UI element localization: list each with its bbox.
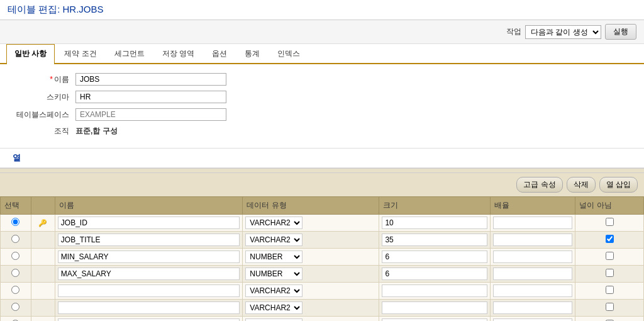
table-row: VARCHAR2 NUMBER DATE CHAR xyxy=(1,232,644,249)
cell-notnull xyxy=(575,266,644,283)
schema-label: 스키마 xyxy=(13,92,75,103)
size-cell-input[interactable] xyxy=(382,301,487,314)
table-toolbar: 고급 속성 삭제 열 삽입 xyxy=(0,173,644,196)
cell-dtype: VARCHAR2 NUMBER DATE CHAR xyxy=(243,249,379,266)
scale-cell-input[interactable] xyxy=(493,251,573,263)
column-section-header: 열 xyxy=(0,149,644,168)
dtype-select[interactable]: VARCHAR2 NUMBER DATE CHAR xyxy=(245,318,303,321)
row-radio[interactable] xyxy=(11,235,19,243)
org-row: 조직 표준,합 구성 xyxy=(13,126,631,137)
name-cell-input[interactable] xyxy=(58,318,240,321)
name-label: *이름 xyxy=(13,74,75,85)
cell-dtype: VARCHAR2 NUMBER DATE CHAR xyxy=(243,317,379,322)
cell-scale xyxy=(490,317,575,322)
name-cell-input[interactable] xyxy=(58,234,240,246)
size-cell-input[interactable] xyxy=(382,217,487,229)
cell-dtype: VARCHAR2 NUMBER DATE CHAR xyxy=(243,266,379,283)
cell-notnull xyxy=(575,215,644,232)
tabs-bar: 일반 사항 제약 조건 세그먼트 저장 영역 옵션 통계 인덱스 xyxy=(0,44,644,64)
name-cell-input[interactable] xyxy=(58,268,240,280)
notnull-checkbox[interactable] xyxy=(606,235,614,243)
add-column-button[interactable]: 열 삽입 xyxy=(599,177,638,193)
tablespace-input[interactable] xyxy=(75,108,226,121)
required-star: * xyxy=(50,75,53,84)
scale-cell-input[interactable] xyxy=(493,301,573,314)
size-cell-input[interactable] xyxy=(382,234,487,246)
header-notnull: 널이 아님 xyxy=(575,197,644,215)
scale-cell-input[interactable] xyxy=(493,318,573,321)
cell-dtype: VARCHAR2 NUMBER DATE CHAR xyxy=(243,300,379,317)
name-cell-input[interactable] xyxy=(58,217,240,229)
notnull-checkbox[interactable] xyxy=(606,303,614,311)
tab-index[interactable]: 인덱스 xyxy=(269,44,308,63)
cell-dtype: VARCHAR2 NUMBER DATE CHAR xyxy=(243,283,379,300)
name-cell-input[interactable] xyxy=(58,251,240,263)
cell-select xyxy=(1,317,31,322)
header-scale: 배율 xyxy=(490,197,575,215)
dtype-select[interactable]: VARCHAR2 NUMBER DATE CHAR xyxy=(245,251,303,263)
table-row: VARCHAR2 NUMBER DATE CHAR xyxy=(1,249,644,266)
delete-button[interactable]: 삭제 xyxy=(567,177,596,193)
dtype-select[interactable]: VARCHAR2 NUMBER DATE CHAR xyxy=(245,284,303,297)
dtype-select[interactable]: VARCHAR2 NUMBER DATE CHAR xyxy=(245,268,303,280)
tab-segment[interactable]: 세그먼트 xyxy=(106,44,153,63)
size-cell-input[interactable] xyxy=(382,268,487,280)
cell-key xyxy=(31,249,55,266)
cell-name xyxy=(55,266,242,283)
tab-options[interactable]: 옵션 xyxy=(204,44,235,63)
row-radio[interactable] xyxy=(11,252,19,260)
tablespace-row: 테이블스페이스 xyxy=(13,108,631,121)
cell-select xyxy=(1,232,31,249)
cell-notnull xyxy=(575,300,644,317)
scale-cell-input[interactable] xyxy=(493,268,573,280)
dtype-select[interactable]: VARCHAR2 NUMBER DATE CHAR xyxy=(245,217,303,229)
cell-size xyxy=(379,249,490,266)
schema-input[interactable] xyxy=(75,91,226,103)
size-cell-input[interactable] xyxy=(382,251,487,263)
tab-storage[interactable]: 저장 영역 xyxy=(154,44,203,63)
row-radio[interactable] xyxy=(11,218,19,226)
dtype-select[interactable]: VARCHAR2 NUMBER DATE CHAR xyxy=(245,234,303,246)
scale-cell-input[interactable] xyxy=(493,217,573,229)
name-cell-input[interactable] xyxy=(58,284,240,297)
table-row: 🔑 VARCHAR2 NUMBER DATE CHAR xyxy=(1,215,644,232)
cell-size xyxy=(379,266,490,283)
row-radio[interactable] xyxy=(11,303,19,311)
size-cell-input[interactable] xyxy=(382,284,487,297)
name-cell-input[interactable] xyxy=(58,301,240,314)
notnull-checkbox[interactable] xyxy=(606,269,614,277)
tab-stats[interactable]: 통계 xyxy=(236,44,268,63)
cell-name xyxy=(55,232,242,249)
run-button[interactable]: 실행 xyxy=(605,24,636,40)
cell-notnull xyxy=(575,283,644,300)
action-select[interactable]: 다음과 같이 생성 xyxy=(525,25,601,39)
row-radio[interactable] xyxy=(11,286,19,294)
name-input[interactable] xyxy=(75,73,226,86)
cell-name xyxy=(55,249,242,266)
scale-cell-input[interactable] xyxy=(493,284,573,297)
tab-general[interactable]: 일반 사항 xyxy=(6,44,55,64)
cell-scale xyxy=(490,249,575,266)
dtype-select[interactable]: VARCHAR2 NUMBER DATE CHAR xyxy=(245,301,303,314)
cell-name xyxy=(55,283,242,300)
tab-constraints[interactable]: 제약 조건 xyxy=(56,44,104,63)
action-label: 작업 xyxy=(506,26,521,37)
section-divider xyxy=(0,168,644,173)
cell-size xyxy=(379,283,490,300)
notnull-checkbox[interactable] xyxy=(606,286,614,294)
cell-size xyxy=(379,300,490,317)
cell-select xyxy=(1,249,31,266)
advanced-props-button[interactable]: 고급 속성 xyxy=(516,177,562,193)
notnull-checkbox[interactable] xyxy=(606,252,614,260)
row-radio[interactable] xyxy=(11,269,19,277)
cell-dtype: VARCHAR2 NUMBER DATE CHAR xyxy=(243,232,379,249)
size-cell-input[interactable] xyxy=(382,318,487,321)
page-header: 테이블 편집: HR.JOBS xyxy=(0,0,644,20)
table-row: VARCHAR2 NUMBER DATE CHAR xyxy=(1,317,644,322)
page-title: 테이블 편집: HR.JOBS xyxy=(8,4,104,14)
scale-cell-input[interactable] xyxy=(493,234,573,246)
cell-name xyxy=(55,317,242,322)
cell-size xyxy=(379,232,490,249)
top-action-bar: 작업 다음과 같이 생성 실행 xyxy=(0,20,644,44)
notnull-checkbox[interactable] xyxy=(606,218,614,226)
